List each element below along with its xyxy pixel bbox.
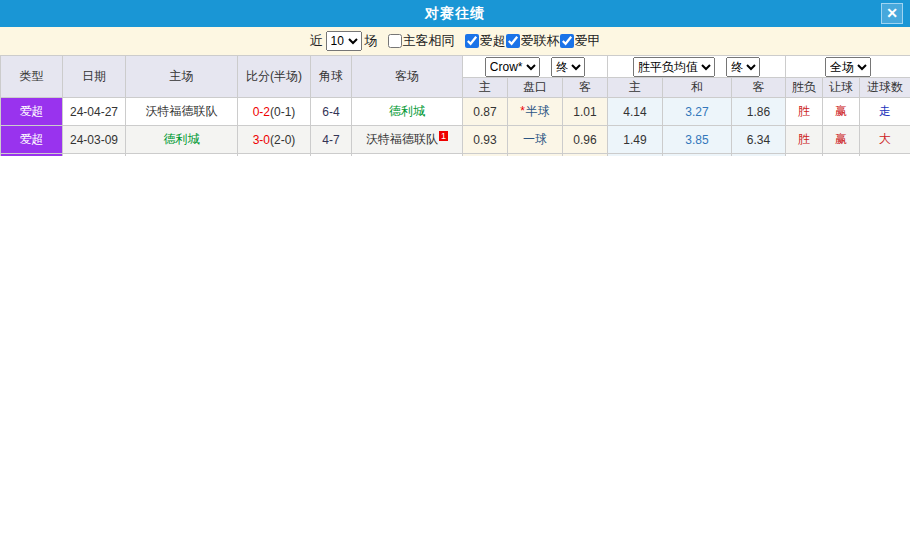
table-row: 爱超 24-03-09 德利城 3-0(2-0) 4-7 沃特福德联队1 0.9… [1, 126, 910, 154]
col-header-date: 日期 [63, 56, 126, 98]
league-filter-cup[interactable]: 爱联杯 [506, 32, 560, 50]
home-team: 德利城 [126, 126, 238, 154]
away-team: 德利城 [352, 98, 463, 126]
filter-bar: 近 10 场 主客相同 爱超 爱联杯 爱甲 [0, 27, 910, 55]
result-wdl [786, 154, 823, 157]
eu-draw-odds [663, 154, 732, 157]
scope-dropdown-cell: 全场 [786, 56, 910, 78]
dialog-titlebar: 对赛往绩 ✕ [0, 0, 910, 27]
match-date: 24-04-27 [63, 98, 126, 126]
result-goals: 大 [860, 126, 910, 154]
col-header-goals: 进球数 [860, 78, 910, 98]
col-header-eu-draw: 和 [663, 78, 732, 98]
league-filter-premier[interactable]: 爱超 [465, 32, 506, 50]
recent-label: 近 [310, 32, 323, 50]
rank-badge: 1 [439, 131, 448, 141]
league-filter-div1[interactable]: 爱甲 [560, 32, 601, 50]
ah-home-odds [463, 154, 508, 157]
col-header-ah-line: 盘口 [508, 78, 563, 98]
score-cell: 0-2(0-1) [238, 98, 311, 126]
col-header-score: 比分(半场) [238, 56, 311, 98]
h2h-table: 类型 日期 主场 比分(半场) 角球 客场 Crow* 终 胜平负均值 终 [0, 55, 910, 156]
col-header-eu-home: 主 [608, 78, 663, 98]
eu-draw-odds: 3.27 [663, 98, 732, 126]
away-team: 沃特福德联队1 [352, 126, 463, 154]
league-badge [1, 154, 63, 157]
col-header-handicap: 让球 [823, 78, 860, 98]
match-date [63, 154, 126, 157]
result-handicap: 赢 [823, 98, 860, 126]
ah-final-select[interactable]: 终 [551, 57, 585, 77]
col-header-ah-away: 客 [563, 78, 608, 98]
ah-home-odds: 0.93 [463, 126, 508, 154]
match-date: 24-03-09 [63, 126, 126, 154]
col-header-wdl: 胜负 [786, 78, 823, 98]
eu-draw-odds: 3.85 [663, 126, 732, 154]
col-header-eu-away: 客 [732, 78, 786, 98]
league-cup-label: 爱联杯 [521, 32, 560, 50]
result-wdl: 胜 [786, 126, 823, 154]
eu-home-odds [608, 154, 663, 157]
corners-cell [311, 154, 352, 157]
eu-away-odds: 6.34 [732, 126, 786, 154]
ah-line [508, 154, 563, 157]
score-cell [238, 154, 311, 157]
table-row-partial [1, 154, 910, 157]
ah-away-odds [563, 154, 608, 157]
col-header-corners: 角球 [311, 56, 352, 98]
result-wdl: 胜 [786, 98, 823, 126]
close-icon[interactable]: ✕ [881, 3, 903, 24]
ah-away-odds: 1.01 [563, 98, 608, 126]
corners-cell: 6-4 [311, 98, 352, 126]
result-goals: 走 [860, 98, 910, 126]
eu-home-odds: 4.14 [608, 98, 663, 126]
asian-handicap-dropdown-cell: Crow* 终 [463, 56, 608, 78]
league-premier-checkbox[interactable] [465, 34, 479, 48]
bookmaker-select[interactable]: Crow* [485, 57, 540, 77]
dialog-title: 对赛往绩 [425, 5, 485, 23]
league-div1-label: 爱甲 [575, 32, 601, 50]
european-odds-dropdown-cell: 胜平负均值 终 [608, 56, 786, 78]
league-badge: 爱超 [1, 126, 63, 154]
eu-away-odds: 1.86 [732, 98, 786, 126]
corners-cell: 4-7 [311, 126, 352, 154]
col-header-type: 类型 [1, 56, 63, 98]
league-cup-checkbox[interactable] [506, 34, 520, 48]
ah-line: *半球 [508, 98, 563, 126]
same-venue-label: 主客相同 [403, 32, 455, 50]
ah-away-odds: 0.96 [563, 126, 608, 154]
eu-final-select[interactable]: 终 [726, 57, 760, 77]
league-badge: 爱超 [1, 98, 63, 126]
col-header-home: 主场 [126, 56, 238, 98]
score-cell: 3-0(2-0) [238, 126, 311, 154]
eu-metric-select[interactable]: 胜平负均值 [633, 57, 715, 77]
h2h-table-wrap: 类型 日期 主场 比分(半场) 角球 客场 Crow* 终 胜平负均值 终 [0, 55, 910, 156]
recent-count-select[interactable]: 10 [326, 31, 362, 51]
ah-line: 一球 [508, 126, 563, 154]
result-goals [860, 154, 910, 157]
table-row: 爱超 24-04-27 沃特福德联队 0-2(0-1) 6-4 德利城 0.87… [1, 98, 910, 126]
result-handicap: 赢 [823, 126, 860, 154]
result-handicap [823, 154, 860, 157]
away-team [352, 154, 463, 157]
col-header-away: 客场 [352, 56, 463, 98]
ah-home-odds: 0.87 [463, 98, 508, 126]
h2h-popup: 对赛往绩 ✕ 近 10 场 主客相同 爱超 爱联杯 爱甲 [0, 0, 910, 540]
eu-home-odds: 1.49 [608, 126, 663, 154]
same-venue-option[interactable]: 主客相同 [388, 32, 455, 50]
league-div1-checkbox[interactable] [560, 34, 574, 48]
home-team: 沃特福德联队 [126, 98, 238, 126]
scope-select[interactable]: 全场 [825, 57, 871, 77]
league-premier-label: 爱超 [480, 32, 506, 50]
home-team [126, 154, 238, 157]
same-venue-checkbox[interactable] [388, 34, 402, 48]
col-header-ah-home: 主 [463, 78, 508, 98]
matches-label: 场 [365, 32, 378, 50]
eu-away-odds [732, 154, 786, 157]
